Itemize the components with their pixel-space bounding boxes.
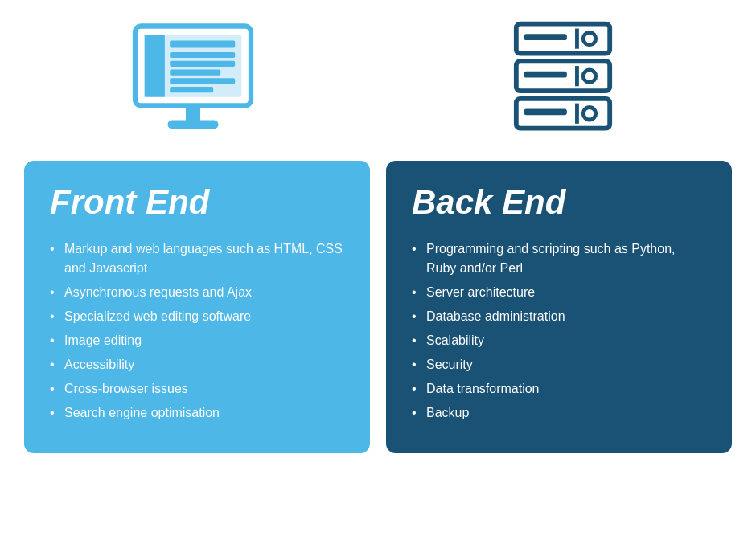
svg-rect-2: [145, 35, 165, 96]
list-item: Programming and scripting such as Python…: [412, 239, 706, 278]
cards-row: Front End Markup and web languages such …: [24, 161, 732, 453]
svg-rect-5: [170, 61, 235, 67]
list-item: Search engine optimisation: [50, 403, 344, 423]
back-end-list: Programming and scripting such as Python…: [412, 239, 706, 423]
svg-rect-3: [170, 41, 235, 48]
list-item: Scalability: [412, 331, 706, 350]
list-item: Accessibility: [50, 355, 344, 374]
list-item: Specialized web editing software: [50, 307, 344, 326]
list-item: Data transformation: [412, 379, 706, 399]
front-end-card: Front End Markup and web languages such …: [24, 161, 370, 453]
svg-rect-6: [170, 70, 220, 76]
list-item: Security: [412, 355, 706, 374]
svg-point-17: [583, 70, 596, 83]
back-end-card: Back End Programming and scripting such …: [386, 161, 732, 453]
svg-point-13: [583, 32, 596, 45]
back-end-title: Back End: [412, 183, 706, 222]
svg-rect-14: [524, 34, 567, 40]
svg-rect-10: [168, 121, 219, 129]
list-item: Markup and web languages such as HTML, C…: [50, 239, 344, 278]
svg-point-21: [583, 107, 596, 120]
svg-rect-8: [170, 87, 213, 92]
list-item: Asynchronous requests and Ajax: [50, 283, 344, 302]
monitor-icon: [24, 16, 362, 145]
svg-rect-9: [186, 106, 200, 122]
svg-rect-18: [524, 72, 567, 78]
svg-rect-7: [170, 78, 235, 84]
server-icon: [394, 16, 732, 145]
front-end-title: Front End: [50, 183, 344, 222]
list-item: Backup: [412, 403, 706, 423]
list-item: Server architecture: [412, 283, 706, 302]
list-item: Image editing: [50, 331, 344, 350]
svg-rect-22: [524, 108, 567, 115]
svg-rect-4: [170, 52, 235, 58]
icons-row: [24, 16, 732, 145]
list-item: Database administration: [412, 307, 706, 326]
front-end-list: Markup and web languages such as HTML, C…: [50, 239, 344, 423]
list-item: Cross-browser issues: [50, 379, 344, 399]
